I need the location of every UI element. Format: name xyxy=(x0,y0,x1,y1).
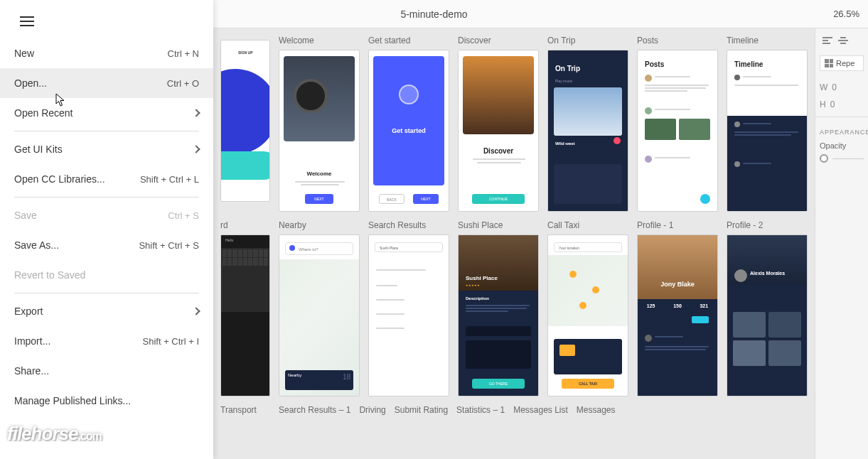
menu-item-share[interactable]: Share... xyxy=(0,356,213,386)
artboard-row: Transport Search Results – 1 Driving Sub… xyxy=(213,405,815,428)
artboard[interactable]: Call Taxi Your location CALL TAXI xyxy=(547,220,628,396)
artboard[interactable]: Search Results – 1 xyxy=(279,405,350,419)
artboard[interactable]: Profile - 2 Alexis Morales xyxy=(727,220,808,396)
menu-item-new[interactable]: New Ctrl + N xyxy=(0,38,213,68)
opacity-label: Opacity xyxy=(820,141,864,150)
menu-separator xyxy=(14,197,199,198)
zoom-level[interactable]: 26.5% xyxy=(833,9,859,19)
artboard-row: SIGN UP Welcome Welcome NEXT Get started… xyxy=(213,36,815,220)
document-title: 5-minute-demo xyxy=(400,9,467,20)
chevron-right-icon xyxy=(192,109,200,117)
artboard[interactable]: Timeline Timeline xyxy=(727,36,808,212)
artboard[interactable]: Messages List xyxy=(513,405,568,419)
chevron-right-icon xyxy=(192,145,200,153)
artboard[interactable]: SIGN UP xyxy=(220,36,270,212)
menu-item-get-ui-kits[interactable]: Get UI Kits xyxy=(0,134,213,164)
height-field[interactable]: H0 xyxy=(820,99,864,109)
artboard[interactable]: Submit Rating xyxy=(395,405,448,419)
menu-item-save: Save Ctrl + S xyxy=(0,200,213,230)
menu-item-save-as[interactable]: Save As... Shift + Ctrl + S xyxy=(0,230,213,260)
appearance-section-label: APPEARANCE xyxy=(820,129,864,136)
property-inspector: Repe W0 H0 APPEARANCE Opacity xyxy=(815,28,868,459)
artboard[interactable]: On Trip On Trip Play music Wild west xyxy=(547,36,628,212)
menu-item-revert: Revert to Saved xyxy=(0,260,213,290)
width-field[interactable]: W0 xyxy=(820,82,864,92)
align-middle-icon[interactable] xyxy=(838,36,848,45)
hamburger-menu-button[interactable] xyxy=(13,7,41,36)
menu-separator xyxy=(14,293,199,293)
artboard[interactable]: Discover Discover CONTINUE xyxy=(458,36,539,212)
menu-item-open-cc-libraries[interactable]: Open CC Libraries... Shift + Ctrl + L xyxy=(0,164,213,194)
menu-item-open[interactable]: Open... Ctrl + O xyxy=(0,68,213,98)
artboard-row: rd Hello Nearby Where to? Nearby18 Searc… xyxy=(213,220,815,405)
align-top-icon[interactable] xyxy=(823,36,832,45)
artboard[interactable]: Sushi Place Sushi Place ★★★★★ Descriptio… xyxy=(458,220,539,396)
menu-item-manage-links[interactable]: Manage Published Links... xyxy=(0,386,213,416)
menu-item-import[interactable]: Import... Shift + Ctrl + I xyxy=(0,326,213,356)
menu-item-open-recent[interactable]: Open Recent xyxy=(0,98,213,128)
artboard[interactable]: Posts Posts xyxy=(637,36,718,212)
file-menu: New Ctrl + N Open... Ctrl + O Open Recen… xyxy=(0,0,213,459)
artboard[interactable]: Welcome Welcome NEXT xyxy=(279,36,360,212)
artboard[interactable]: Messages xyxy=(577,405,616,419)
chevron-right-icon xyxy=(192,307,200,315)
artboard[interactable]: rd Hello xyxy=(220,220,270,396)
artboard[interactable]: Statistics – 1 xyxy=(456,405,505,419)
design-canvas[interactable]: SIGN UP Welcome Welcome NEXT Get started… xyxy=(213,28,815,459)
menu-item-export[interactable]: Export xyxy=(0,296,213,326)
artboard[interactable]: Driving xyxy=(359,405,385,419)
artboard[interactable]: Profile - 1 Jony Blake 125 150 321 xyxy=(637,220,718,396)
artboard[interactable]: Search Results Sushi Place xyxy=(368,220,449,396)
grid-icon xyxy=(825,59,833,68)
watermark: filehorse.com xyxy=(7,423,102,445)
artboard[interactable]: Get started Get started BACK NEXT xyxy=(368,36,449,212)
menu-separator xyxy=(14,131,199,131)
artboard[interactable]: Transport xyxy=(220,405,270,419)
artboard[interactable]: Nearby Where to? Nearby18 xyxy=(279,220,360,396)
opacity-slider[interactable] xyxy=(820,154,864,163)
repeat-grid-button[interactable]: Repe xyxy=(820,55,864,71)
